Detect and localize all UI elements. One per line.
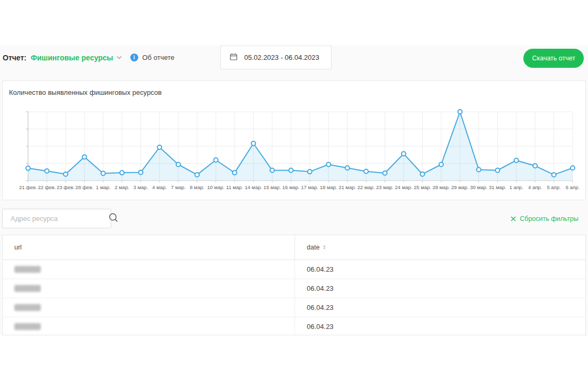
sort-icon: ▲▼ bbox=[323, 245, 326, 250]
svg-text:22 фев.: 22 фев. bbox=[38, 184, 56, 190]
svg-text:1 мар.: 1 мар. bbox=[96, 184, 111, 190]
redacted-url bbox=[14, 304, 41, 311]
svg-text:28 фев.: 28 фев. bbox=[75, 184, 93, 190]
date-cell: 06.04.23 bbox=[295, 298, 585, 317]
search-icon bbox=[108, 212, 119, 225]
svg-text:4 мар.: 4 мар. bbox=[152, 184, 167, 190]
search-button[interactable] bbox=[108, 209, 119, 228]
resource-search-box bbox=[2, 209, 111, 228]
table-header-row: url date ▲▼ bbox=[3, 235, 585, 260]
calendar-icon bbox=[230, 53, 237, 63]
redacted-url bbox=[14, 266, 41, 273]
svg-text:30 мар.: 30 мар. bbox=[470, 184, 487, 190]
svg-text:25 мар.: 25 мар. bbox=[414, 184, 431, 190]
date-cell: 06.04.23 bbox=[295, 317, 585, 335]
svg-text:1 апр.: 1 апр. bbox=[510, 184, 523, 190]
svg-text:5 апр.: 5 апр. bbox=[547, 184, 560, 190]
table-row: 06.04.23 bbox=[3, 279, 585, 298]
svg-text:21 мар.: 21 мар. bbox=[338, 184, 356, 190]
redacted-url bbox=[14, 285, 41, 292]
reset-filters-label: Сбросить фильтры bbox=[520, 215, 578, 222]
report-type-value: Фишинговые ресурсы bbox=[31, 54, 113, 62]
date-range-picker[interactable]: 05.02.2023 - 06.04.2023 bbox=[220, 46, 332, 69]
results-table: url date ▲▼ 06.04.23 06.04.23 06.04.23 0… bbox=[2, 235, 586, 335]
report-type-dropdown[interactable]: Фишинговые ресурсы bbox=[31, 54, 122, 62]
date-cell: 06.04.23 bbox=[295, 260, 585, 279]
svg-text:31 мар.: 31 мар. bbox=[489, 184, 506, 190]
url-cell bbox=[3, 279, 295, 298]
column-header-date[interactable]: date ▲▼ bbox=[295, 235, 585, 260]
svg-text:4 апр.: 4 апр. bbox=[528, 184, 542, 190]
url-cell bbox=[3, 317, 295, 335]
close-icon bbox=[511, 214, 516, 224]
svg-text:21 фев.: 21 фев. bbox=[19, 184, 37, 190]
svg-text:18 мар.: 18 мар. bbox=[320, 184, 337, 190]
column-header-url: url bbox=[3, 244, 295, 251]
column-header-date-label: date bbox=[307, 244, 319, 251]
about-report-link[interactable]: i Об отчете bbox=[130, 54, 175, 61]
svg-text:3 мар.: 3 мар. bbox=[133, 184, 148, 190]
svg-text:6 апр.: 6 апр. bbox=[566, 184, 580, 190]
report-label: Отчет: bbox=[3, 54, 26, 62]
svg-text:28 мар.: 28 мар. bbox=[432, 184, 450, 190]
redacted-url bbox=[14, 323, 41, 330]
url-cell bbox=[3, 260, 295, 279]
svg-text:29 мар.: 29 мар. bbox=[451, 184, 469, 190]
svg-text:10 мар.: 10 мар. bbox=[207, 184, 225, 190]
url-cell bbox=[3, 298, 295, 317]
phishing-line-chart: 21 фев.22 фев.23 фев.28 фев.1 мар.2 мар.… bbox=[3, 104, 586, 199]
download-report-button[interactable]: Скачать отчет bbox=[523, 49, 584, 68]
svg-text:14 мар.: 14 мар. bbox=[245, 184, 262, 190]
svg-text:7 мар.: 7 мар. bbox=[171, 184, 186, 190]
svg-text:23 мар.: 23 мар. bbox=[376, 184, 394, 190]
report-header: Отчет: Фишинговые ресурсы i Об отчете 05… bbox=[0, 46, 588, 69]
table-row: 06.04.23 bbox=[3, 260, 585, 279]
reset-filters-link[interactable]: Сбросить фильтры bbox=[511, 214, 578, 224]
svg-text:22 мар.: 22 мар. bbox=[358, 184, 375, 190]
svg-text:15 мар.: 15 мар. bbox=[263, 184, 281, 190]
svg-text:8 мар.: 8 мар. bbox=[190, 184, 204, 190]
date-cell: 06.04.23 bbox=[295, 279, 585, 298]
svg-text:17 мар.: 17 мар. bbox=[301, 184, 318, 190]
date-range-value: 05.02.2023 - 06.04.2023 bbox=[244, 54, 319, 61]
phishing-chart-card: Количество выявленных фишинговых ресурсо… bbox=[2, 81, 586, 200]
chart-title: Количество выявленных фишинговых ресурсо… bbox=[9, 88, 162, 96]
table-row: 06.04.23 bbox=[3, 298, 585, 317]
svg-text:2 мар.: 2 мар. bbox=[114, 184, 129, 190]
table-body: 06.04.23 06.04.23 06.04.23 06.04.23 bbox=[3, 260, 585, 335]
info-icon: i bbox=[130, 54, 138, 61]
about-report-label: Об отчете bbox=[142, 54, 175, 61]
chevron-down-icon bbox=[117, 56, 122, 59]
svg-text:24 мар.: 24 мар. bbox=[395, 184, 412, 190]
svg-text:23 фев.: 23 фев. bbox=[57, 184, 75, 190]
svg-text:11 мар.: 11 мар. bbox=[226, 184, 243, 190]
resource-address-input[interactable] bbox=[3, 215, 108, 222]
table-row: 06.04.23 bbox=[3, 317, 585, 335]
svg-text:16 мар.: 16 мар. bbox=[282, 184, 300, 190]
